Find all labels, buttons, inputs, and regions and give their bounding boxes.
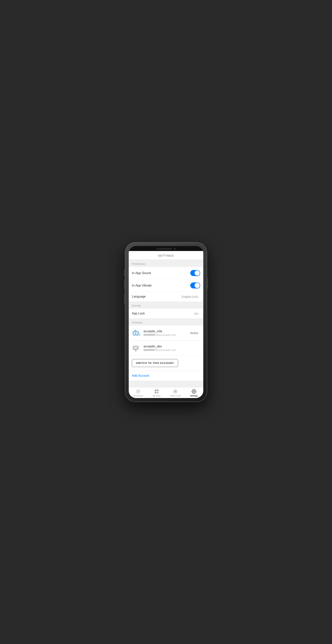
security-section-header: Security	[129, 302, 203, 308]
settings-page: SETTINGS Preferences In-App Sound	[129, 251, 203, 398]
toggle-thumb-vibrate	[195, 283, 200, 288]
language-value: English (US)	[182, 295, 198, 298]
nav-item-qrscan[interactable]: QR Scan	[147, 389, 166, 397]
language-chevron-icon: ›	[199, 295, 200, 298]
inapp-sound-toggle[interactable]	[190, 270, 200, 276]
qrscan-icon	[154, 389, 159, 394]
language-value-container: English (US) ›	[182, 295, 200, 298]
switch-account-button[interactable]: SWITCH TO THIS ACCOUNT	[132, 359, 178, 367]
account-mfa-email-suffix: @secureauth.com	[156, 334, 176, 336]
offline-code-icon	[173, 389, 178, 394]
account-dev-email: @secureauth.com	[143, 348, 199, 352]
account-mfa-email: @secureauth.com	[143, 334, 190, 336]
inapp-vibrate-toggle[interactable]	[190, 282, 200, 288]
phone-device: SETTINGS Preferences In-App Sound	[125, 242, 207, 402]
nav-item-dashboard[interactable]: Dashboard	[129, 389, 147, 397]
svg-point-9	[136, 348, 137, 348]
account-mfa-status: Active ›	[190, 331, 200, 334]
security-card: App Lock On ›	[129, 308, 203, 318]
phone-screen: SETTINGS Preferences In-App Sound	[129, 246, 203, 398]
app-screen: SETTINGS Preferences In-App Sound	[129, 251, 203, 398]
accounts-section-header: Accounts	[129, 318, 203, 326]
add-account-row[interactable]: Add Account	[129, 371, 203, 380]
settings-label: Settings	[190, 395, 198, 397]
preferences-card: In-App Sound In-App Vibrate	[129, 267, 203, 302]
inapp-vibrate-row: In-App Vibrate	[129, 279, 203, 292]
svg-rect-7	[134, 347, 137, 349]
svg-point-13	[138, 391, 138, 392]
account-dev-row[interactable]: acceptto_dev @secureauth.com ›	[129, 340, 203, 356]
app-lock-value: On	[194, 312, 198, 315]
dashboard-label: Dashboard	[133, 395, 143, 397]
account-mfa-row[interactable]: acceptto_mfa @secureauth.com Active ›	[129, 326, 203, 340]
language-row[interactable]: Language English (US) ›	[129, 292, 203, 302]
preferences-section-header: Preferences	[129, 260, 203, 267]
svg-rect-3	[136, 334, 136, 334]
account-dev-icon	[132, 343, 141, 353]
app-lock-label: App Lock	[132, 312, 145, 315]
offline-code-label: Offline Code	[170, 395, 181, 397]
svg-rect-18	[157, 390, 158, 391]
speaker-grille	[156, 248, 172, 250]
inapp-vibrate-label: In-App Vibrate	[132, 284, 152, 287]
toggle-thumb	[195, 270, 200, 276]
account-dev-name: acceptto_dev	[143, 345, 199, 348]
svg-rect-17	[155, 390, 156, 391]
email-blur-placeholder	[143, 334, 155, 336]
bottom-spacer	[129, 380, 203, 384]
app-lock-chevron-icon: ›	[199, 312, 200, 315]
account-mfa-name: acceptto_mfa	[143, 330, 190, 333]
scroll-content: Preferences In-App Sound	[129, 260, 203, 387]
nav-item-offline-code[interactable]: Offline Code	[166, 389, 185, 397]
settings-icon	[191, 389, 196, 394]
svg-point-22	[175, 391, 176, 392]
account-dev-email-suffix: @secureauth.com	[156, 348, 176, 352]
accounts-card: acceptto_mfa @secureauth.com Active ›	[129, 326, 203, 380]
inapp-sound-row: In-App Sound	[129, 267, 203, 279]
account-dev-status: ›	[199, 346, 200, 350]
svg-point-8	[135, 348, 135, 348]
bottom-nav: Dashboard	[129, 387, 203, 398]
app-lock-value-container: On ›	[194, 312, 200, 315]
account-mfa-chevron-icon: ›	[199, 331, 200, 334]
account-dev-info: acceptto_dev @secureauth.com	[143, 345, 199, 352]
language-label: Language	[132, 295, 146, 298]
account-dev-chevron-icon: ›	[199, 346, 200, 350]
account-mfa-active-label: Active	[190, 331, 198, 334]
inapp-sound-label: In-App Sound	[132, 271, 151, 275]
switch-button-container: SWITCH TO THIS ACCOUNT	[129, 356, 203, 370]
page-title: SETTINGS	[129, 251, 203, 260]
app-lock-row[interactable]: App Lock On ›	[129, 308, 203, 318]
svg-point-23	[193, 391, 195, 392]
email-blur-placeholder-2	[143, 349, 155, 351]
nav-item-settings[interactable]: Settings	[185, 389, 203, 397]
phone-notch	[129, 246, 203, 251]
account-mfa-info: acceptto_mfa @secureauth.com	[143, 330, 190, 336]
front-camera	[174, 248, 176, 250]
qrscan-label: QR Scan	[153, 395, 161, 397]
account-mfa-icon	[132, 328, 141, 338]
dashboard-icon	[136, 389, 141, 394]
svg-rect-19	[155, 392, 156, 393]
